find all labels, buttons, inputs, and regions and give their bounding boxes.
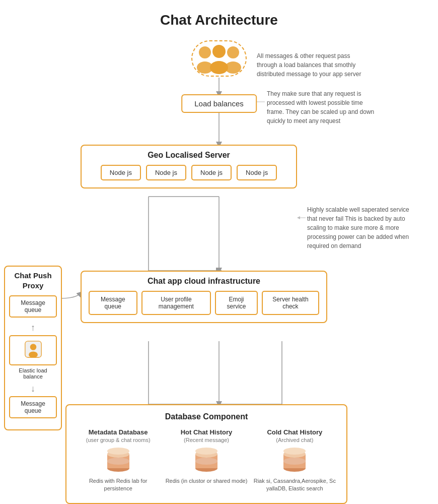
db-hot-title: Hot Chat History [165, 428, 248, 436]
users-description: All messages & other request pass throug… [257, 51, 368, 79]
db-metadata-title: Metadata Database [77, 428, 160, 436]
svg-point-21 [29, 352, 38, 358]
node-js-4: Node js [237, 165, 277, 180]
svg-point-18 [210, 61, 228, 74]
svg-point-13 [199, 46, 211, 58]
cloud-infra-box: Chat app cloud infrastructure Message qu… [81, 271, 327, 323]
svg-point-31 [195, 448, 217, 455]
users-icon [194, 41, 244, 77]
load-balances-box: Load balances [181, 94, 257, 113]
node-js-2: Node js [146, 165, 186, 180]
page-title: Chat Architecture [0, 0, 438, 36]
geo-server-title: Geo Localised Server [89, 151, 289, 160]
db-col-cold: Cold Chat History (Archived chat) Riak s… [253, 428, 336, 493]
svg-point-26 [107, 448, 129, 455]
node-js-1: Node js [101, 165, 141, 180]
db-cold-desc: Riak si, Cassandra,Aerospike, Sc yallaDB… [253, 477, 336, 493]
service-message-queue: Message queue [89, 291, 137, 315]
push-proxy-title: Chat Push Proxy [9, 271, 57, 290]
proxy-arrow-up-icon: ↑ [9, 323, 57, 333]
proxy-message-queue-bottom: Message queue [9, 396, 57, 418]
svg-point-20 [30, 344, 36, 350]
svg-point-29 [195, 458, 217, 465]
proxy-elastic-box [9, 335, 57, 365]
proxy-message-queue-top: Message queue [9, 295, 57, 318]
database-box: Database Component Metadata Database (us… [65, 404, 347, 504]
geo-server-box: Geo Localised Server Node js Node js Nod… [81, 145, 297, 188]
db-metadata-subtitle: (user group & chat rooms) [77, 437, 160, 443]
node-row: Node js Node js Node js Node js [89, 165, 289, 180]
service-row: Message queue User profile management Em… [89, 291, 319, 315]
svg-point-36 [283, 448, 306, 455]
database-title: Database Component [77, 412, 336, 421]
node-js-3: Node js [191, 165, 232, 180]
svg-point-15 [227, 46, 239, 58]
service-user-profile: User profile management [141, 291, 211, 315]
svg-point-24 [107, 458, 129, 465]
svg-point-34 [283, 458, 306, 465]
db-col-hot: Hot Chat History (Recent message) Redis … [165, 428, 248, 493]
cloud-infra-title: Chat app cloud infrastructure [89, 277, 319, 286]
db-cold-title: Cold Chat History [253, 428, 336, 436]
db-hot-subtitle: (Recent message) [165, 437, 248, 443]
db-cold-subtitle: (Archived chat) [253, 437, 336, 443]
svg-point-17 [212, 45, 226, 58]
db-metadata-desc: Redis with Redis lab for persistence [77, 477, 160, 493]
db-hot-desc: Redis (in clustor or shared mode) [165, 477, 248, 485]
service-health-check: Server health check [262, 291, 319, 315]
db-col-metadata: Metadata Database (user group & chat roo… [77, 428, 160, 493]
load-balances-label: Load balances [194, 99, 244, 108]
service-emoji: Emoji service [215, 291, 258, 315]
push-proxy-container: Chat Push Proxy Message queue ↑ Elastic … [4, 266, 62, 430]
proxy-arrow-down-icon: ↓ [9, 384, 57, 394]
load-balances-description: They make sure that any request is proce… [267, 89, 378, 125]
database-columns: Metadata Database (user group & chat roo… [77, 428, 336, 493]
cloud-infra-description: Highly scalable well saperated service t… [307, 205, 418, 250]
proxy-elastic-label: Elastic load balance [9, 367, 57, 380]
